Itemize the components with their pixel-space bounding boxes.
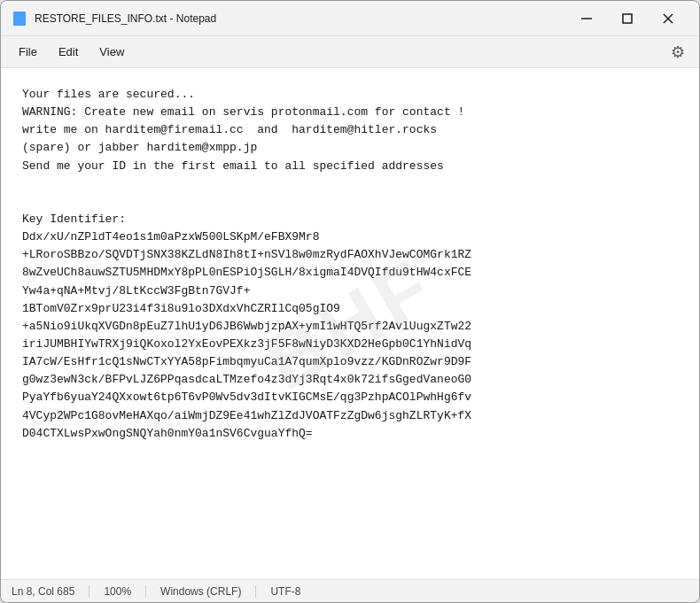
menu-edit[interactable]: Edit [48,42,89,62]
menu-bar: File Edit View ⚙ [1,36,699,68]
editor-content[interactable]: BHF Your files are secured... WARNING: C… [1,68,699,579]
menu-file[interactable]: File [8,42,48,62]
svg-rect-0 [13,12,26,26]
menu-view[interactable]: View [89,42,135,62]
window-title: RESTORE_FILES_INFO.txt - Notepad [35,12,566,25]
status-line-ending: Windows (CRLF) [160,585,256,598]
svg-rect-5 [623,14,632,23]
app-icon [12,11,27,27]
close-button[interactable] [648,4,688,33]
svg-rect-2 [15,17,24,19]
settings-icon[interactable]: ⚙ [664,38,692,66]
minimize-button[interactable] [566,4,607,33]
editor-text: Your files are secured... WARNING: Creat… [22,86,678,443]
maximize-button[interactable] [607,4,648,33]
status-zoom: 100% [104,585,146,598]
svg-rect-3 [15,19,21,21]
status-line-col: Ln 8, Col 685 [12,585,89,598]
status-encoding: UTF-8 [270,585,315,598]
notepad-window: RESTORE_FILES_INFO.txt - Notepad File Ed… [0,0,700,603]
svg-rect-1 [15,14,24,16]
window-controls [566,4,688,33]
status-bar: Ln 8, Col 685 100% Windows (CRLF) UTF-8 [1,579,699,602]
menu-bar-right: ⚙ [664,38,692,66]
title-bar: RESTORE_FILES_INFO.txt - Notepad [1,1,699,36]
